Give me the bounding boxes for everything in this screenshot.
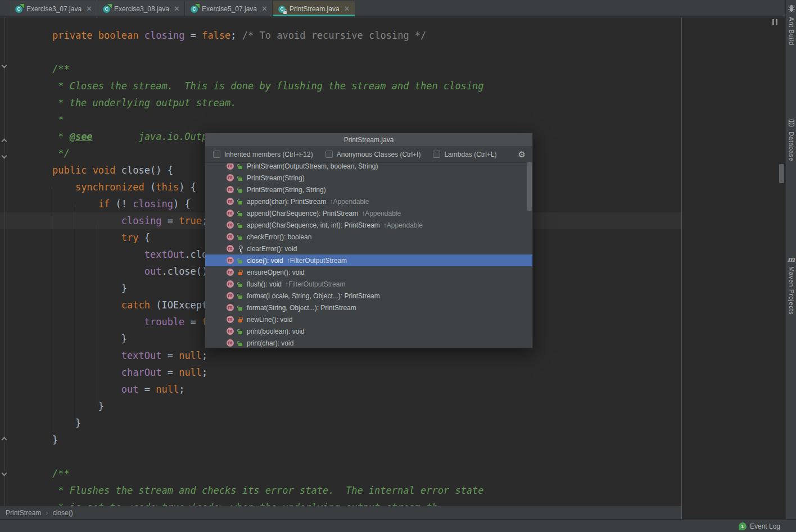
method-icon: m bbox=[227, 280, 234, 288]
public-visibility-icon bbox=[237, 328, 243, 335]
public-visibility-icon bbox=[237, 187, 243, 193]
structure-row-append[interactable]: mappend(CharSequence, int, int): PrintSt… bbox=[205, 219, 532, 231]
method-icon: m bbox=[227, 328, 234, 335]
lambdas-checkbox[interactable]: Lambdas (Ctrl+L) bbox=[433, 151, 496, 158]
split-handle-icon[interactable] bbox=[772, 19, 779, 25]
code-line: } bbox=[9, 431, 484, 448]
java-class-icon: C bbox=[278, 4, 287, 13]
public-visibility-icon bbox=[237, 222, 243, 229]
structure-row-print[interactable]: mprint(boolean): void bbox=[205, 325, 532, 337]
file-structure-popup: PrintStream.java Inherited members (Ctrl… bbox=[205, 133, 533, 348]
member-signature: ensureOpen(): void bbox=[247, 269, 305, 276]
code-line: charOut = null; bbox=[9, 364, 484, 381]
structure-row-append[interactable]: mappend(CharSequence): PrintStream ↑Appe… bbox=[205, 207, 532, 219]
structure-row-print[interactable]: mprint(char): void bbox=[205, 337, 532, 348]
method-icon: m bbox=[227, 316, 234, 323]
run-arrow-icon bbox=[20, 4, 24, 8]
structure-row-printstream[interactable]: mPrintStream(OutputStream, boolean, Stri… bbox=[205, 163, 532, 172]
fold-marker-icon[interactable] bbox=[2, 139, 7, 144]
editor-tab-exercise5_07-java[interactable]: CExercise5_07.java✕ bbox=[185, 1, 273, 16]
run-arrow-icon bbox=[195, 4, 200, 8]
member-signature: PrintStream(String) bbox=[247, 174, 305, 182]
close-icon[interactable]: ✕ bbox=[344, 5, 350, 12]
private-visibility-icon bbox=[237, 269, 243, 276]
code-line: /** bbox=[9, 61, 484, 78]
member-signature: newLine(): void bbox=[247, 316, 292, 324]
anonymous-classes-checkbox[interactable]: Anonymous Classes (Ctrl+I) bbox=[325, 151, 421, 158]
member-signature: flush(): void bbox=[247, 280, 282, 288]
method-icon: m bbox=[227, 198, 234, 205]
database-icon bbox=[788, 119, 795, 129]
close-icon[interactable]: ✕ bbox=[261, 5, 268, 12]
structure-row-append[interactable]: mappend(char): PrintStream ↑Appendable bbox=[205, 195, 532, 207]
inherited-members-checkbox[interactable]: Inherited members (Ctrl+F12) bbox=[213, 151, 313, 158]
fold-marker-icon[interactable] bbox=[2, 63, 7, 69]
fold-marker-icon[interactable] bbox=[2, 437, 7, 443]
structure-row-printstream[interactable]: mPrintStream(String, String) bbox=[205, 184, 532, 195]
event-log-label: Event Log bbox=[750, 522, 780, 530]
public-visibility-icon bbox=[237, 234, 243, 240]
close-icon[interactable]: ✕ bbox=[86, 5, 92, 12]
ant-icon bbox=[788, 4, 795, 15]
code-line: * Flushes the stream and checks its erro… bbox=[9, 482, 484, 499]
member-signature: format(String, Object...): PrintStream bbox=[247, 304, 356, 312]
breadcrumb-item-method[interactable]: close() bbox=[53, 509, 73, 517]
event-log-button[interactable]: 1 Event Log bbox=[739, 520, 780, 532]
popup-scrollbar-thumb[interactable] bbox=[527, 162, 532, 211]
popup-toolbar: Inherited members (Ctrl+F12) Anonymous C… bbox=[205, 146, 532, 163]
structure-row-checkerror[interactable]: mcheckError(): boolean bbox=[205, 231, 532, 243]
fold-marker-icon[interactable] bbox=[2, 153, 7, 159]
structure-row-clearerror[interactable]: mclearError(): void bbox=[205, 243, 532, 254]
defining-class-label: ↑Appendable bbox=[361, 210, 401, 217]
java-class-icon: C bbox=[102, 4, 111, 13]
defining-class-label: ↑FilterOutputStream bbox=[287, 257, 347, 265]
gear-icon[interactable]: ⚙ bbox=[518, 150, 526, 158]
fold-marker-icon[interactable] bbox=[2, 471, 7, 476]
gutter-fold-line bbox=[4, 17, 5, 506]
checkbox-icon[interactable] bbox=[325, 151, 333, 158]
breadcrumb: PrintStream › close() bbox=[0, 506, 681, 519]
checkbox-icon[interactable] bbox=[433, 151, 440, 158]
editor-tab-exercise3_08-java[interactable]: CExercise3_08.java✕ bbox=[97, 1, 185, 16]
method-icon: m bbox=[227, 257, 234, 264]
structure-member-list: mPrintStream(OutputStream, boolean, Stri… bbox=[205, 163, 532, 348]
method-icon: m bbox=[227, 163, 234, 170]
defining-class-label: ↑Appendable bbox=[329, 198, 369, 206]
structure-row-close[interactable]: mclose(): void ↑FilterOutputStream bbox=[205, 254, 532, 266]
tool-window-button-database[interactable]: Database bbox=[786, 119, 796, 161]
structure-row-format[interactable]: mformat(String, Object...): PrintStream bbox=[205, 302, 532, 313]
popup-title[interactable]: PrintStream.java bbox=[205, 133, 532, 146]
structure-row-flush[interactable]: mflush(): void ↑FilterOutputStream bbox=[205, 278, 532, 290]
structure-row-newline[interactable]: mnewLine(): void bbox=[205, 313, 532, 325]
tool-window-button-ant-build[interactable]: Ant Build bbox=[786, 4, 796, 46]
code-line: /** bbox=[9, 465, 484, 482]
tab-label: PrintStream.java bbox=[290, 5, 340, 13]
method-icon: m bbox=[227, 292, 234, 299]
close-icon[interactable]: ✕ bbox=[174, 5, 180, 12]
method-icon: m bbox=[227, 210, 234, 217]
readonly-lock-icon bbox=[283, 11, 287, 14]
member-signature: checkError(): boolean bbox=[247, 233, 311, 241]
structure-row-format[interactable]: mformat(Locale, String, Object...): Prin… bbox=[205, 290, 532, 302]
member-signature: append(char): PrintStream bbox=[247, 198, 326, 206]
editor-tab-exercise3_07-java[interactable]: CExercise3_07.java✕ bbox=[10, 1, 97, 16]
editor-tab-printstream-java[interactable]: CPrintStream.java✕ bbox=[273, 1, 355, 16]
code-line: * is set to <code>true</code> when the u… bbox=[9, 499, 484, 506]
structure-row-printstream[interactable]: mPrintStream(String) bbox=[205, 172, 532, 184]
protected-visibility-icon bbox=[237, 245, 243, 252]
member-signature: append(CharSequence): PrintStream bbox=[247, 210, 358, 217]
member-signature: clearError(): void bbox=[247, 245, 297, 253]
method-icon: m bbox=[227, 174, 234, 181]
run-arrow-icon bbox=[107, 4, 112, 8]
member-signature: PrintStream(OutputStream, boolean, Strin… bbox=[247, 163, 378, 170]
checkbox-icon[interactable] bbox=[213, 151, 220, 158]
code-line bbox=[9, 44, 484, 61]
breadcrumb-item-class[interactable]: PrintStream bbox=[6, 509, 41, 517]
method-icon: m bbox=[227, 186, 234, 193]
tool-window-button-maven-projects[interactable]: mMaven Projects bbox=[786, 254, 796, 315]
editor-scrollbar-thumb[interactable] bbox=[779, 164, 784, 183]
public-visibility-icon bbox=[237, 281, 243, 288]
structure-row-ensureopen[interactable]: mensureOpen(): void bbox=[205, 266, 532, 278]
member-signature: PrintStream(String, String) bbox=[247, 186, 326, 194]
public-visibility-icon bbox=[237, 163, 243, 170]
